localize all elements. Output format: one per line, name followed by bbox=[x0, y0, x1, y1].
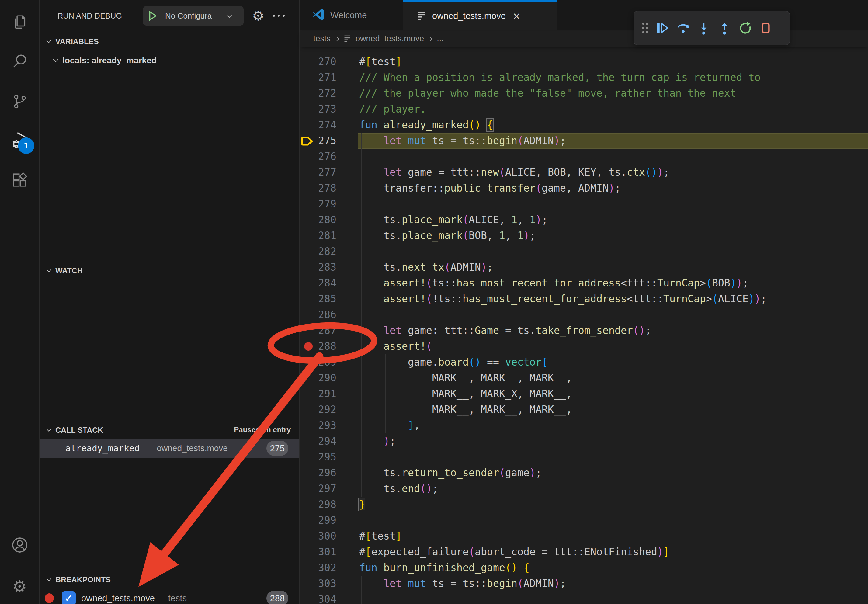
step-out-button[interactable] bbox=[714, 18, 735, 38]
line-number[interactable]: 298 bbox=[300, 497, 336, 513]
code-line[interactable]: game.board() == vector[ bbox=[359, 354, 548, 370]
code-line[interactable]: #[expected_failure(abort_code = ttt::ENo… bbox=[359, 544, 670, 560]
code-line[interactable]: MARK__, MARK_X, MARK__, bbox=[359, 386, 572, 402]
code-line[interactable]: let game: ttt::Game = ts.take_from_sende… bbox=[359, 323, 651, 339]
line-number[interactable]: 299 bbox=[300, 513, 336, 528]
locals-label: locals: already_marked bbox=[62, 56, 157, 65]
code-line[interactable]: ts.place_mark(ALICE, 1, 1); bbox=[359, 212, 548, 228]
locals-scope-row[interactable]: locals: already_marked bbox=[40, 51, 299, 70]
code-line[interactable]: transfer::public_transfer(game, ADMIN); bbox=[359, 180, 621, 196]
line-number[interactable]: 274 bbox=[300, 117, 336, 133]
line-number[interactable]: 270 bbox=[300, 54, 336, 70]
account-icon[interactable] bbox=[9, 534, 31, 556]
line-number[interactable]: 291 bbox=[300, 386, 336, 402]
source-control-icon[interactable] bbox=[9, 91, 31, 113]
line-number[interactable]: 279 bbox=[300, 196, 336, 212]
watch-section-header[interactable]: WATCH bbox=[40, 262, 299, 280]
code-line[interactable]: ], bbox=[359, 418, 420, 434]
line-number[interactable]: 276 bbox=[300, 149, 336, 164]
code-line[interactable]: assert!(ts::has_most_recent_for_address<… bbox=[359, 275, 749, 291]
breakpoints-section-header[interactable]: BREAKPOINTS bbox=[40, 570, 299, 589]
breakpoint-list-item[interactable]: ✓ owned_tests.move tests 288 bbox=[40, 589, 299, 604]
line-number[interactable]: 302 bbox=[300, 560, 336, 576]
stack-frame-row[interactable]: already_marked owned_tests.move 275 bbox=[40, 439, 299, 458]
line-number[interactable]: 282 bbox=[300, 244, 336, 259]
code-line[interactable]: MARK__, MARK__, MARK__, bbox=[359, 402, 572, 418]
line-number[interactable]: 277 bbox=[300, 164, 336, 180]
code-line[interactable]: /// the player who made the "false" move… bbox=[359, 85, 736, 101]
code-line[interactable]: /// When a position is already marked, t… bbox=[359, 70, 761, 85]
breakpoint-checkbox[interactable]: ✓ bbox=[62, 591, 76, 604]
settings-gear-icon[interactable]: ⚙ bbox=[9, 575, 31, 597]
stop-button[interactable] bbox=[755, 18, 776, 38]
drag-grip-icon[interactable] bbox=[638, 18, 652, 38]
breadcrumb-folder[interactable]: tests bbox=[313, 34, 330, 43]
code-line[interactable]: MARK__, MARK__, MARK__, bbox=[359, 370, 572, 386]
line-number[interactable]: 286 bbox=[300, 307, 336, 323]
code-line[interactable]: ts.next_tx(ADMIN); bbox=[359, 259, 493, 275]
code-line[interactable]: fun burn_unfinished_game() { bbox=[359, 560, 530, 576]
line-number[interactable]: 283 bbox=[300, 259, 336, 275]
code-line[interactable]: assert!(!ts::has_most_recent_for_address… bbox=[359, 291, 767, 307]
search-icon[interactable] bbox=[9, 51, 31, 73]
line-number[interactable]: 293 bbox=[300, 418, 336, 434]
code-line[interactable]: #[test] bbox=[359, 54, 402, 70]
restart-button[interactable] bbox=[735, 18, 755, 38]
line-number[interactable]: 300 bbox=[300, 528, 336, 544]
step-into-button[interactable] bbox=[693, 18, 714, 38]
code-line[interactable]: } bbox=[359, 497, 365, 513]
tab-owned-tests-move[interactable]: owned_tests.move × bbox=[403, 0, 557, 30]
code-line[interactable]: ts.return_to_sender(game); bbox=[359, 465, 542, 481]
line-number[interactable]: 297 bbox=[300, 481, 336, 497]
step-over-button[interactable] bbox=[673, 18, 693, 38]
code-line[interactable]: ts.place_mark(BOB, 1, 1); bbox=[359, 228, 536, 244]
line-number[interactable]: 290 bbox=[300, 370, 336, 386]
line-number[interactable]: 284 bbox=[300, 275, 336, 291]
line-number[interactable]: 303 bbox=[300, 576, 336, 592]
configure-gear-button[interactable]: ⚙ bbox=[250, 7, 267, 24]
line-number[interactable]: 289 bbox=[300, 354, 336, 370]
line-number[interactable]: 292 bbox=[300, 402, 336, 418]
code-line[interactable]: let mut ts = ts::begin(ADMIN); bbox=[359, 576, 566, 592]
tab-welcome[interactable]: Welcome bbox=[300, 0, 403, 30]
config-dropdown[interactable]: No Configura bbox=[165, 11, 229, 21]
line-number[interactable]: 271 bbox=[300, 70, 336, 85]
breakpoint-dir-name: tests bbox=[168, 593, 187, 603]
code-line[interactable]: ); bbox=[359, 434, 396, 449]
code-line[interactable]: /// player. bbox=[359, 101, 426, 117]
line-number[interactable]: 280 bbox=[300, 212, 336, 228]
chevron-right-icon bbox=[428, 37, 432, 41]
code-line[interactable]: #[test] bbox=[359, 528, 402, 544]
line-number[interactable]: 296 bbox=[300, 465, 336, 481]
views-more-button[interactable] bbox=[273, 15, 285, 17]
code-line[interactable]: let mut ts = ts::begin(ADMIN); bbox=[359, 133, 566, 149]
run-and-debug-icon[interactable]: 1 bbox=[9, 129, 31, 151]
line-number[interactable]: 287 bbox=[300, 323, 336, 339]
code-line[interactable]: fun already_marked() { bbox=[359, 117, 493, 133]
line-number[interactable]: 295 bbox=[300, 449, 336, 465]
code-line[interactable]: ts.end(); bbox=[359, 481, 438, 497]
line-number[interactable]: 278 bbox=[300, 180, 336, 196]
start-debug-button[interactable] bbox=[143, 10, 162, 22]
code-editor[interactable]: 270#[test]271/// When a position is alre… bbox=[300, 54, 868, 604]
explorer-icon[interactable] bbox=[9, 11, 31, 33]
breakpoint-glyph-icon[interactable] bbox=[304, 342, 313, 351]
breadcrumb-file[interactable]: owned_tests.move bbox=[355, 34, 424, 43]
breadcrumb-symbol[interactable]: ... bbox=[437, 34, 444, 43]
line-number[interactable]: 301 bbox=[300, 544, 336, 560]
breakpoint-dot-icon bbox=[45, 593, 54, 603]
code-line[interactable]: let game = ttt::new(ALICE, BOB, KEY, ts.… bbox=[359, 164, 670, 180]
line-number[interactable]: 285 bbox=[300, 291, 336, 307]
extensions-icon[interactable] bbox=[9, 169, 31, 191]
close-icon[interactable]: × bbox=[513, 10, 520, 22]
line-number[interactable]: 272 bbox=[300, 85, 336, 101]
line-number[interactable]: 294 bbox=[300, 434, 336, 449]
variables-section-header[interactable]: VARIABLES bbox=[40, 32, 299, 51]
line-number[interactable]: 273 bbox=[300, 101, 336, 117]
continue-button[interactable] bbox=[652, 18, 673, 38]
launch-config-control[interactable]: No Configura bbox=[143, 6, 243, 26]
chevron-down-icon bbox=[53, 57, 58, 62]
line-number[interactable]: 304 bbox=[300, 592, 336, 604]
line-number[interactable]: 281 bbox=[300, 228, 336, 244]
code-line[interactable]: assert!( bbox=[359, 339, 432, 354]
